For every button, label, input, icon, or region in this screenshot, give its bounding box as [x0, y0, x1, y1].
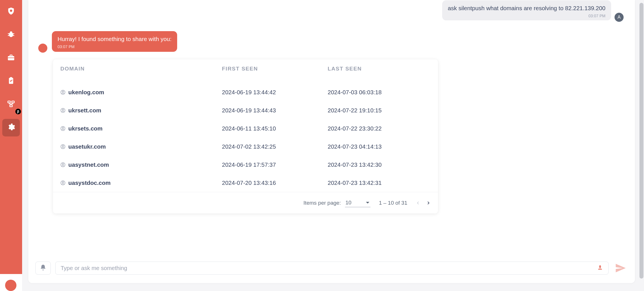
table-row[interactable]: ukrsets.com2024-06-11 13:45:102024-07-22… — [53, 119, 438, 138]
cell-last-seen: 2024-07-03 06:03:18 — [328, 89, 431, 96]
paper-plane-icon — [615, 262, 626, 274]
svg-rect-11 — [10, 77, 12, 79]
svg-rect-12 — [8, 101, 10, 103]
user-circle-icon — [60, 108, 65, 113]
svg-rect-14 — [10, 105, 12, 107]
cell-domain: ukrsets.com — [60, 125, 222, 132]
cell-last-seen: 2024-07-23 13:42:30 — [328, 161, 431, 168]
cell-first-seen: 2024-06-19 17:57:37 — [222, 161, 328, 168]
results-table-card: DOMAIN FIRST SEEN LAST SEEN ukenlog.com2… — [53, 59, 438, 213]
bell-icon — [40, 264, 46, 272]
svg-point-22 — [62, 146, 64, 147]
sidebar-item-settings[interactable] — [2, 119, 20, 136]
column-header-domain[interactable]: DOMAIN — [60, 66, 222, 72]
cell-domain: uasetukr.com — [60, 143, 222, 150]
bot-message-text: Hurray! I found something to share with … — [58, 35, 171, 43]
cell-last-seen: 2024-07-22 19:10:15 — [328, 107, 431, 114]
user-circle-icon — [60, 90, 65, 95]
sidebar-item-clipboard[interactable] — [2, 72, 20, 90]
upload-icon — [597, 266, 603, 272]
cell-first-seen: 2024-06-19 13:44:42 — [222, 89, 328, 96]
cell-domain: uasystdoc.com — [60, 179, 222, 186]
table-row[interactable]: ukrsett.com2024-06-19 13:44:432024-07-22… — [53, 101, 438, 119]
svg-rect-8 — [10, 55, 12, 56]
cell-domain: ukenlog.com — [60, 89, 222, 96]
svg-point-18 — [62, 109, 64, 111]
cell-first-seen: 2024-07-02 13:42:25 — [222, 143, 328, 150]
input-bar — [35, 262, 628, 275]
svg-point-20 — [62, 127, 64, 129]
pagination-range: 1 – 10 of 31 — [379, 200, 407, 206]
user-message-bubble: ask silentpush what domains are resolvin… — [442, 0, 611, 20]
table-row[interactable]: uasetukr.com2024-07-02 13:42:252024-07-2… — [53, 138, 438, 156]
svg-rect-13 — [12, 101, 14, 103]
cell-domain: ukrsett.com — [60, 107, 222, 114]
items-per-page-label: Items per page: — [304, 200, 341, 206]
chevron-right-icon — [426, 200, 431, 206]
briefcase-icon — [7, 53, 15, 63]
send-button[interactable] — [613, 262, 628, 274]
column-header-first-seen[interactable]: FIRST SEEN — [222, 66, 328, 72]
svg-rect-2 — [10, 31, 12, 33]
svg-point-0 — [10, 10, 12, 12]
scrollbar-thumb[interactable] — [639, 3, 643, 279]
svg-point-26 — [62, 182, 64, 183]
beta-badge: β — [15, 109, 21, 114]
cell-first-seen: 2024-06-11 13:45:10 — [222, 125, 328, 132]
user-avatar: A — [615, 13, 624, 22]
domain-text: uasystnet.com — [68, 161, 109, 168]
workflow-icon — [7, 100, 15, 109]
svg-rect-27 — [598, 269, 602, 269]
sidebar-item-briefcase[interactable] — [2, 49, 20, 67]
notifications-button[interactable] — [35, 262, 51, 275]
table-row[interactable]: ukenlog.com2024-06-19 13:44:422024-07-03… — [53, 83, 438, 101]
cell-first-seen: 2024-06-19 13:44:43 — [222, 107, 328, 114]
bot-avatar — [38, 44, 47, 53]
page-next-button[interactable] — [426, 200, 431, 206]
svg-point-24 — [62, 164, 64, 165]
domain-text: ukrsett.com — [68, 107, 101, 114]
cell-last-seen: 2024-07-23 04:14:13 — [328, 143, 431, 150]
svg-point-16 — [62, 91, 64, 93]
items-per-page: Items per page: 10 — [304, 198, 370, 207]
domain-text: ukenlog.com — [68, 89, 104, 96]
pagination-arrows — [416, 200, 431, 206]
user-circle-icon — [60, 126, 65, 131]
user-message-time: 03:07 PM — [448, 14, 605, 18]
column-header-last-seen[interactable]: LAST SEEN — [328, 66, 431, 72]
user-circle-icon — [60, 180, 65, 185]
table-row[interactable]: uasystdoc.com2024-07-20 13:43:162024-07-… — [53, 174, 438, 192]
bot-message-bubble: Hurray! I found something to share with … — [52, 31, 177, 52]
message-input-wrapper — [55, 262, 609, 275]
message-input[interactable] — [61, 265, 597, 271]
cell-last-seen: 2024-07-23 13:42:31 — [328, 179, 431, 186]
upload-button[interactable] — [597, 264, 603, 272]
page-prev-button[interactable] — [416, 200, 420, 206]
svg-line-3 — [8, 34, 9, 34]
sidebar: β — [0, 0, 22, 274]
cell-last-seen: 2024-07-22 23:30:22 — [328, 125, 431, 132]
items-per-page-select[interactable]: 10 — [345, 198, 370, 207]
domain-text: ukrsets.com — [68, 125, 103, 132]
items-per-page-value: 10 — [346, 200, 351, 206]
table-footer: Items per page: 10 1 – 10 of 31 — [53, 192, 438, 213]
svg-line-4 — [13, 34, 14, 34]
table-header-row: DOMAIN FIRST SEEN LAST SEEN — [53, 59, 438, 83]
bug-icon — [7, 30, 15, 40]
svg-line-6 — [13, 35, 14, 36]
bottom-avatar-dot — [5, 280, 16, 291]
gear-icon — [7, 123, 15, 132]
table-row[interactable]: uasystnet.com2024-06-19 17:57:372024-07-… — [53, 156, 438, 174]
user-message-row: ask silentpush what domains are resolvin… — [442, 0, 624, 22]
sidebar-item-workflow[interactable]: β — [2, 96, 20, 113]
sidebar-item-shield[interactable] — [2, 3, 20, 20]
scrollbar[interactable] — [638, 0, 644, 291]
chat-container: ask silentpush what domains are resolvin… — [28, 0, 635, 283]
sidebar-item-bug[interactable] — [2, 26, 20, 44]
shield-icon — [7, 7, 15, 16]
svg-line-5 — [8, 35, 9, 36]
user-message-text: ask silentpush what domains are resolvin… — [448, 4, 605, 12]
main-area: ask silentpush what domains are resolvin… — [22, 0, 644, 291]
domain-text: uasystdoc.com — [68, 179, 111, 186]
chevron-left-icon — [416, 200, 420, 206]
